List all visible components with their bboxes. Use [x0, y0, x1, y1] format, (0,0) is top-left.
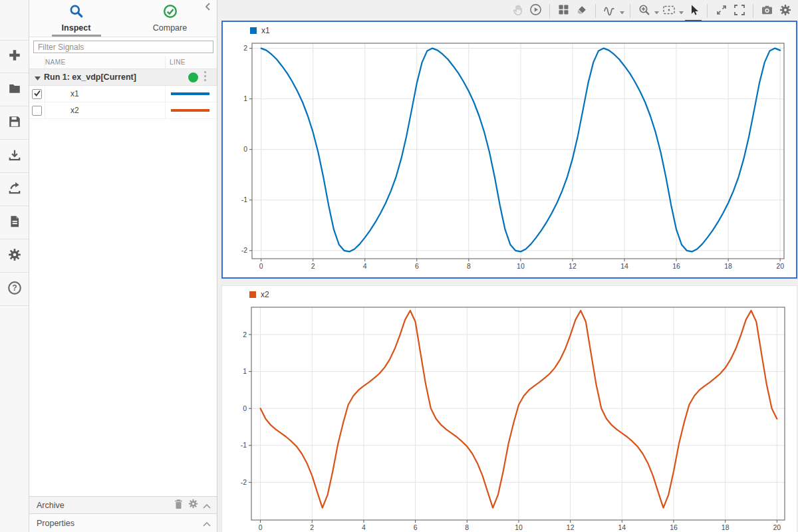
svg-text:18: 18 [722, 523, 730, 531]
archive-section[interactable]: Archive [29, 496, 217, 514]
header-name: NAME [45, 56, 165, 68]
svg-text:4: 4 [362, 523, 366, 531]
export-button[interactable] [0, 173, 29, 206]
preferences-button[interactable] [0, 239, 29, 273]
toolbar-divider [707, 4, 708, 18]
settings-icon [8, 248, 21, 264]
report-icon [8, 215, 21, 231]
full-view-button[interactable] [730, 3, 748, 20]
legend-label-x2: x2 [261, 290, 269, 299]
signal-table-header: NAME LINE [29, 56, 217, 69]
layout-button[interactable] [555, 3, 573, 20]
zoom-fit-icon [662, 4, 676, 19]
camera-icon [761, 4, 773, 19]
trash-icon[interactable] [174, 499, 184, 512]
svg-text:-1: -1 [241, 196, 247, 203]
signal-name: x2 [45, 106, 165, 115]
svg-text:-2: -2 [241, 246, 247, 254]
svg-text:18: 18 [724, 262, 732, 270]
expand-caret-icon[interactable] [35, 71, 41, 83]
pan-hand-icon [512, 4, 524, 19]
header-line: LINE [165, 56, 217, 68]
gear-icon [779, 4, 791, 19]
fit-to-view-button[interactable] [660, 3, 678, 20]
toolbar-divider [549, 4, 550, 18]
zoom-tool-button[interactable] [635, 3, 653, 20]
open-button[interactable] [0, 73, 29, 106]
select-tool-button[interactable] [684, 3, 702, 20]
properties-section[interactable]: Properties [29, 514, 217, 532]
layout-grid-icon [558, 4, 569, 18]
svg-text:14: 14 [618, 523, 626, 531]
pan-tool-button[interactable] [509, 3, 527, 20]
signal-row-x1[interactable]: x1 [29, 86, 217, 102]
plot-settings-button[interactable] [776, 3, 794, 20]
clear-plots-button[interactable] [573, 3, 591, 20]
toolbar-divider [753, 4, 753, 18]
save-button[interactable] [0, 106, 29, 140]
expand-plot-button[interactable] [712, 3, 730, 20]
simulation-data-inspector-window: ? Inspect Compare [0, 0, 798, 532]
svg-text:6: 6 [415, 262, 419, 270]
plot-panel-x2[interactable]: x2 02468101214161820-2-1012 [221, 285, 797, 532]
signal-style-button[interactable] [600, 3, 618, 20]
caret-down-icon [620, 5, 624, 17]
svg-text:14: 14 [620, 262, 628, 270]
signal-line-swatch-x1 [171, 92, 209, 95]
svg-text:1: 1 [243, 94, 247, 102]
svg-text:?: ? [12, 283, 17, 293]
gear-icon[interactable] [188, 499, 198, 511]
plot-workspace: x1 02468101214161820-2-1012 x2 024681012… [217, 0, 798, 532]
signal-checkbox-x1[interactable] [32, 89, 42, 99]
kebab-menu-icon[interactable] [203, 70, 213, 84]
replay-icon [529, 3, 542, 19]
plot-panel-x1[interactable]: x1 02468101214161820-2-1012 [221, 21, 797, 279]
svg-text:6: 6 [414, 523, 418, 531]
add-button[interactable] [0, 40, 29, 73]
help-button[interactable]: ? [0, 273, 29, 306]
report-button[interactable] [0, 206, 29, 239]
zoom-dropdown[interactable] [653, 3, 660, 20]
chevron-up-icon[interactable] [203, 517, 211, 529]
tab-inspect[interactable]: Inspect [29, 0, 123, 37]
signal-browser-panel: Inspect Compare NAME LINE [29, 0, 217, 532]
legend-x1: x1 [223, 22, 796, 39]
svg-text:2: 2 [243, 331, 247, 338]
run-row[interactable]: Run 1: ex_vdp[Current] [29, 69, 217, 86]
save-icon [8, 115, 21, 131]
filter-signals-input[interactable] [33, 41, 213, 53]
svg-text:10: 10 [517, 262, 525, 270]
zoom-in-icon [638, 4, 650, 19]
export-icon [8, 182, 21, 198]
properties-label: Properties [29, 519, 203, 528]
header-checkbox-column [29, 56, 45, 68]
signal-checkbox-x2[interactable] [32, 106, 42, 116]
svg-text:0: 0 [243, 145, 247, 153]
svg-text:2: 2 [311, 262, 315, 270]
fit-dropdown[interactable] [678, 3, 684, 20]
collapse-sidebar-button[interactable] [203, 2, 214, 13]
replay-button[interactable] [527, 3, 545, 20]
toolbar-divider [595, 4, 596, 18]
svg-text:8: 8 [467, 262, 471, 270]
plot-area-x2[interactable]: 02468101214161820-2-1012 [222, 303, 795, 532]
tab-compare-label: Compare [153, 23, 187, 33]
svg-text:1: 1 [243, 367, 247, 375]
signal-style-dropdown[interactable] [618, 3, 625, 20]
tab-compare[interactable]: Compare [123, 0, 217, 37]
signal-line-swatch-x2 [171, 109, 209, 112]
svg-text:10: 10 [515, 523, 523, 531]
snapshot-button[interactable] [758, 3, 776, 20]
signal-row-x2[interactable]: x2 [29, 102, 217, 119]
svg-text:16: 16 [672, 262, 680, 270]
legend-x2: x2 [222, 286, 797, 303]
svg-text:20: 20 [776, 262, 784, 270]
import-button[interactable] [0, 140, 29, 173]
chevron-up-icon[interactable] [203, 499, 211, 511]
fit-screen-icon [733, 4, 745, 19]
sidebar-tabs: Inspect Compare [29, 0, 217, 37]
plot-area-x1[interactable]: 02468101214161820-2-1012 [223, 39, 795, 275]
legend-label-x1: x1 [261, 26, 270, 35]
left-toolbar: ? [0, 0, 29, 532]
plot-toolbar [217, 0, 798, 22]
